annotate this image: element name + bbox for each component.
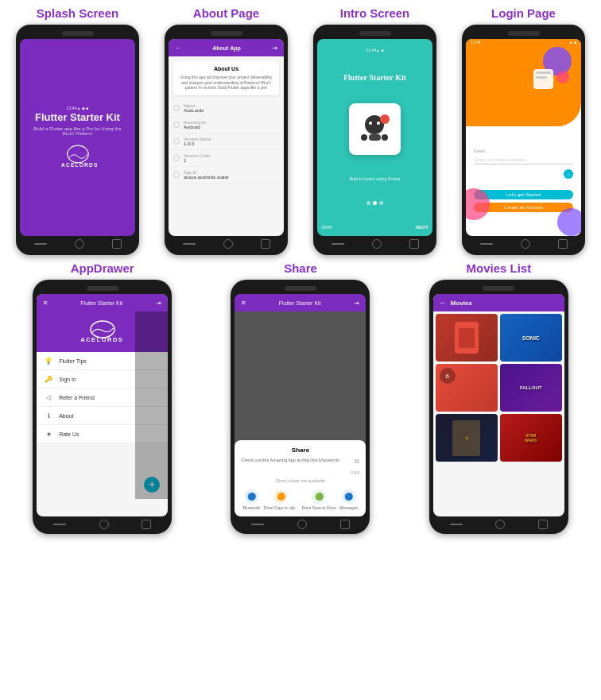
about-home-btn[interactable] [223, 239, 233, 249]
movies-back-icon[interactable]: ← [440, 299, 447, 307]
splash-back-btn[interactable] [34, 243, 47, 245]
drawer-signin-icon: 🔑 [45, 375, 52, 383]
drawer-tips-icon: 💡 [45, 357, 52, 365]
login-recents-btn[interactable] [558, 239, 568, 249]
movie-card-3[interactable]: 6 [436, 364, 498, 412]
share-back-btn[interactable] [251, 524, 264, 525]
splash-screen: 11:44 ▲ ◆ ■ Flutter Starter Kit Build a … [20, 39, 135, 236]
about-row-appid-icon [173, 172, 180, 178]
share-hamburger-icon[interactable]: ≡ [241, 299, 245, 307]
share-notch [285, 286, 316, 291]
splash-section: Splash Screen 11:44 ▲ ◆ ■ Flutter Starte… [6, 6, 149, 255]
about-row-appid: App ID acace.acelords.stater [169, 167, 284, 184]
movie-card-3-bg: 6 [436, 364, 498, 412]
share-drive-copy-icon: 🟠 [273, 489, 288, 504]
intro-phone: 11:44 ▲ ■ Flutter Starter Kit [313, 25, 436, 255]
about-recents-btn[interactable] [261, 239, 270, 249]
login-back-btn[interactable] [480, 243, 493, 245]
drawer-hamburger-icon[interactable]: ≡ [43, 299, 47, 307]
share-copy-icon[interactable]: ⧉ [355, 458, 359, 466]
splash-bottom-bar [20, 236, 135, 249]
movie-card-5-bg: ★ [436, 414, 498, 462]
about-share-icon[interactable]: ⇥ [272, 44, 277, 52]
drawer-recents-btn[interactable] [142, 520, 151, 529]
movie-card-fallout[interactable]: FALLOUT [500, 364, 562, 412]
intro-recents-btn[interactable] [409, 239, 419, 249]
share-drive-copy-label: Drive Copy to clip... [264, 505, 298, 510]
movies-home-btn[interactable] [495, 520, 505, 529]
about-back-icon[interactable]: ← [175, 44, 181, 52]
share-section: Share ≡ Flutter Starter Kit ⇥ Share Chec… [204, 261, 396, 534]
login-submit-btn[interactable]: → [564, 169, 573, 179]
login-email-input[interactable]: Enter your email to continue... [474, 155, 573, 164]
movies-title-label: Movies List [466, 261, 531, 275]
intro-illustration [347, 102, 403, 157]
intro-dots [366, 201, 383, 205]
about-back-btn[interactable] [183, 243, 196, 245]
about-appbar-title: About App [212, 45, 241, 51]
svg-point-5 [380, 114, 390, 124]
intro-home-btn[interactable] [372, 239, 382, 249]
movie-card-sonic[interactable]: SONIC [500, 314, 562, 362]
svg-rect-8 [369, 134, 381, 141]
share-bottom-sheet: Share Check out this Amazing App at http… [235, 440, 366, 516]
share-app-drive-save[interactable]: 🟢 Drive Save to Drive [302, 489, 336, 510]
share-drive-save-label: Drive Save to Drive [302, 505, 336, 510]
splash-home-btn[interactable] [75, 239, 84, 249]
drawer-appbar-title: Flutter Starter Kit [80, 300, 122, 306]
share-app-messages[interactable]: 🔵 Messages [339, 489, 358, 510]
drawer-home-btn[interactable] [99, 520, 109, 529]
about-card: About Us Using this app will improve you… [173, 61, 279, 95]
intro-status-icons: ▲ ■ [376, 48, 383, 52]
about-section: About Page ← About App ⇥ About Us Using … [155, 6, 297, 255]
share-direct-text: Direct share not available [241, 478, 359, 483]
drawer-phone: ≡ Flutter Starter Kit ⇥ ACELORDS [33, 280, 172, 534]
about-row-appid-value: acace.acelords.stater [184, 175, 229, 180]
share-drive-save-icon: 🟢 [312, 489, 326, 504]
movie-card-starwars[interactable]: STARWARS [500, 414, 562, 462]
share-home-btn[interactable] [297, 520, 307, 529]
splash-phone: 11:44 ▲ ◆ ■ Flutter Starter Kit Build a … [16, 25, 139, 255]
about-phone: ← About App ⇥ About Us Using this app wi… [165, 25, 288, 255]
about-card-title: About Us [178, 66, 274, 72]
drawer-bottom-bar [37, 516, 168, 529]
about-row-vcode-icon [173, 155, 180, 161]
splash-app-name: Flutter Starter Kit [35, 111, 120, 123]
splash-recents-btn[interactable] [112, 239, 122, 249]
movies-recents-btn[interactable] [538, 520, 548, 529]
about-screen: ← About App ⇥ About Us Using this app wi… [169, 39, 284, 236]
login-title-label: Login Page [491, 6, 556, 20]
share-app-bluetooth[interactable]: 🔵 Bluetooth [243, 489, 260, 510]
svg-text:ACELORDS: ACELORDS [61, 161, 98, 167]
drawer-back-btn[interactable] [53, 524, 66, 525]
intro-bottom-bar [317, 236, 432, 249]
login-email-label: Email [474, 149, 573, 153]
intro-nav: SKIP NEXT [321, 225, 428, 230]
intro-next-btn[interactable]: NEXT [416, 225, 428, 230]
movie-card-starwars-bg: STARWARS [500, 414, 562, 462]
intro-skip-btn[interactable]: SKIP [321, 225, 332, 230]
drawer-share-icon[interactable]: ⇥ [156, 300, 161, 307]
share-copy-label[interactable]: Copy [241, 470, 359, 474]
share-link-row: Check out this Amazing App at http://bit… [241, 458, 359, 466]
about-card-text: Using this app will improve your project… [178, 75, 274, 91]
login-home-btn[interactable] [521, 239, 530, 249]
about-row-name-icon [173, 105, 180, 111]
movies-back-btn[interactable] [450, 524, 463, 525]
about-row-version-label: Version Name [184, 137, 211, 141]
share-recents-btn[interactable] [340, 520, 350, 529]
drawer-refer-label: Refer a Friend [59, 395, 95, 400]
drawer-section: AppDrawer ≡ Flutter Starter Kit ⇥ [6, 261, 198, 534]
intro-subtitle: Built to Learn using Flutter [349, 176, 400, 181]
intro-back-btn[interactable] [332, 243, 344, 245]
share-app-drive-copy[interactable]: 🟠 Drive Copy to clip... [264, 489, 298, 510]
about-row-running-icon [173, 122, 180, 128]
share-icon[interactable]: ⇥ [354, 300, 359, 307]
about-row-running-value: Android [184, 125, 206, 130]
movie-card-1[interactable] [436, 314, 498, 362]
movie-card-5[interactable]: ★ [436, 414, 498, 462]
movies-notch [483, 286, 514, 291]
share-appbar-title: Flutter Starter Kit [279, 300, 321, 306]
drawer-about-label: About [59, 413, 73, 419]
drawer-title-label: AppDrawer [71, 261, 134, 275]
